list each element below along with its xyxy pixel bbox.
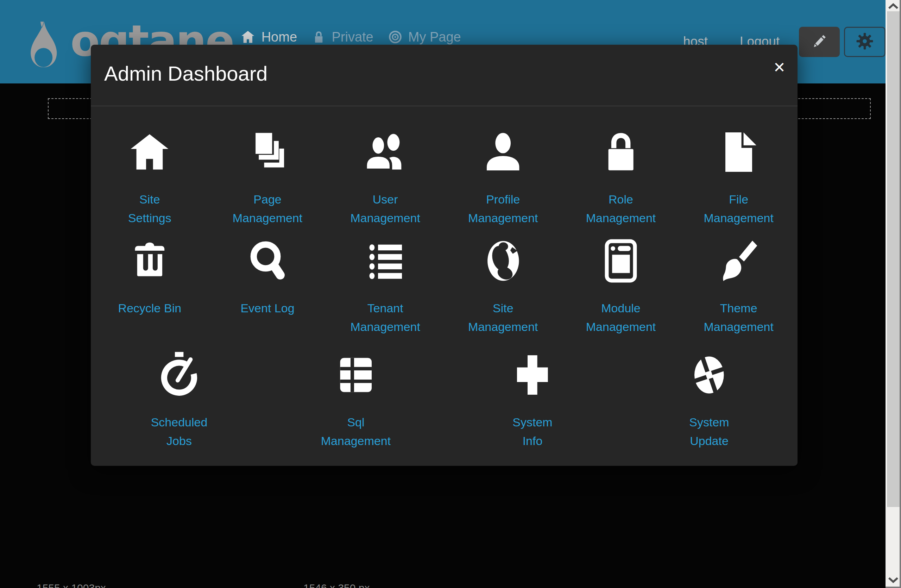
tile-label: UserManagement — [350, 190, 420, 228]
tile-label: ThemeManagement — [703, 299, 773, 336]
admin-tile-module-management[interactable]: ModuleManagement — [562, 238, 680, 336]
admin-tile-site-management[interactable]: SiteManagement — [444, 238, 562, 336]
tile-label: ScheduledJobs — [151, 413, 208, 450]
home-icon — [240, 30, 256, 44]
admin-tile-theme-management[interactable]: ThemeManagement — [680, 238, 798, 336]
tile-label: PageManagement — [233, 190, 302, 228]
modal-header: Admin Dashboard ✕ — [91, 45, 798, 106]
nav-label: Private — [332, 30, 373, 45]
vertical-scrollbar[interactable] — [885, 0, 901, 588]
scrollbar-bottom-edge — [885, 586, 901, 588]
admin-tile-grid: SiteSettings PageManagement UserManageme… — [91, 106, 798, 450]
tile-label: SiteManagement — [468, 299, 538, 336]
admin-tile-page-management[interactable]: PageManagement — [209, 129, 327, 228]
close-icon[interactable]: ✕ — [773, 60, 786, 75]
globe-icon — [484, 238, 523, 284]
nav-label: My Page — [408, 30, 461, 45]
main-nav: Home Private My Page — [240, 28, 461, 46]
admin-tile-site-settings[interactable]: SiteSettings — [91, 129, 209, 228]
page-settings-button[interactable] — [844, 27, 885, 57]
nav-label: Home — [262, 30, 297, 45]
trash-icon — [132, 238, 168, 284]
gear-icon — [856, 32, 874, 52]
tile-label: SiteSettings — [128, 190, 171, 228]
admin-tile-sql-management[interactable]: SqlManagement — [268, 352, 444, 450]
admin-tile-recycle-bin[interactable]: Recycle Bin — [91, 238, 209, 336]
oqtane-droplet-icon — [23, 20, 63, 81]
tile-label: ModuleManagement — [586, 299, 656, 336]
admin-tile-tenant-management[interactable]: TenantManagement — [326, 238, 444, 336]
admin-tile-system-info[interactable]: SystemInfo — [444, 352, 621, 450]
tile-row: SiteSettings PageManagement UserManageme… — [91, 106, 798, 228]
tile-label: RoleManagement — [586, 190, 656, 228]
person-icon — [479, 129, 527, 175]
target-icon — [388, 30, 402, 44]
list-icon — [366, 238, 405, 284]
nav-item-private[interactable]: Private — [312, 30, 373, 45]
tile-label: SqlManagement — [321, 413, 391, 450]
nav-item-home[interactable]: Home — [240, 30, 297, 45]
tile-label: ProfileManagement — [468, 190, 538, 228]
tile-label: SystemUpdate — [689, 413, 729, 450]
nav-item-my-page[interactable]: My Page — [388, 30, 461, 45]
scrollbar-edge — [899, 0, 901, 588]
admin-tile-file-management[interactable]: FileManagement — [680, 129, 798, 228]
tile-label: Recycle Bin — [118, 299, 182, 318]
file-icon — [720, 129, 757, 175]
admin-tile-scheduled-jobs[interactable]: ScheduledJobs — [91, 352, 268, 450]
brush-icon — [718, 238, 760, 284]
admin-tile-profile-management[interactable]: ProfileManagement — [444, 129, 562, 228]
clipped-bottom-text: 1546 x 350 px — [303, 583, 369, 588]
scrollbar-thumb[interactable] — [886, 11, 899, 507]
tile-label: TenantManagement — [350, 299, 420, 336]
plus-icon — [514, 352, 551, 398]
admin-tile-user-management[interactable]: UserManagement — [326, 129, 444, 228]
tile-row: ScheduledJobs SqlManagement SystemInfo S… — [91, 336, 798, 450]
tile-label: Event Log — [240, 299, 294, 318]
tile-label: FileManagement — [703, 190, 773, 228]
admin-tile-system-update[interactable]: SystemUpdate — [621, 352, 798, 450]
pencil-icon — [810, 32, 829, 52]
people-icon — [361, 129, 410, 175]
edit-mode-button[interactable] — [799, 27, 840, 57]
admin-tile-role-management[interactable]: RoleManagement — [562, 129, 680, 228]
spreadsheet-icon — [338, 352, 374, 398]
tile-label: SystemInfo — [513, 413, 552, 450]
admin-tile-event-log[interactable]: Event Log — [209, 238, 327, 336]
browser-icon — [603, 238, 639, 284]
home-icon — [128, 129, 172, 175]
layers-icon — [246, 129, 289, 175]
scroll-down-button[interactable] — [887, 576, 899, 584]
lock-icon — [598, 129, 644, 175]
scroll-up-button[interactable] — [887, 3, 899, 10]
timer-icon — [158, 352, 200, 398]
modal-title: Admin Dashboard — [91, 45, 798, 85]
lock-icon — [312, 31, 326, 44]
clipped-bottom-text: 1555 x 1003px — [37, 583, 106, 588]
magnifier-icon — [247, 238, 288, 284]
tile-row: Recycle Bin Event Log TenantManagement S… — [91, 228, 798, 336]
admin-dashboard-modal: Admin Dashboard ✕ SiteSettings PageManag… — [91, 45, 798, 466]
aperture-icon — [690, 352, 728, 398]
